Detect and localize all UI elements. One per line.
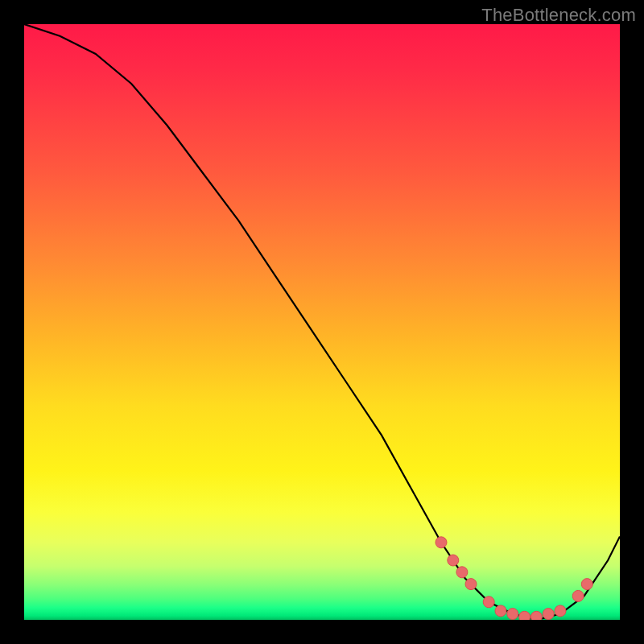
curve-marker	[448, 555, 459, 566]
watermark-text: TheBottleneck.com	[481, 5, 636, 26]
curve-marker	[436, 537, 447, 548]
curve-layer	[24, 24, 620, 620]
curve-marker	[507, 609, 518, 620]
curve-marker	[465, 579, 477, 590]
curve-marker	[581, 579, 592, 590]
bottleneck-curve	[24, 24, 620, 620]
curve-marker	[483, 597, 494, 608]
curve-marker	[572, 590, 584, 601]
chart-svg	[24, 24, 620, 620]
curve-marker	[543, 609, 554, 620]
plot-area	[24, 24, 620, 620]
curve-marker	[495, 605, 506, 617]
curve-marker	[519, 611, 530, 620]
curve-marker	[530, 611, 542, 620]
chart-frame: TheBottleneck.com	[0, 0, 644, 644]
curve-marker	[456, 567, 468, 578]
curve-marker	[555, 605, 566, 617]
